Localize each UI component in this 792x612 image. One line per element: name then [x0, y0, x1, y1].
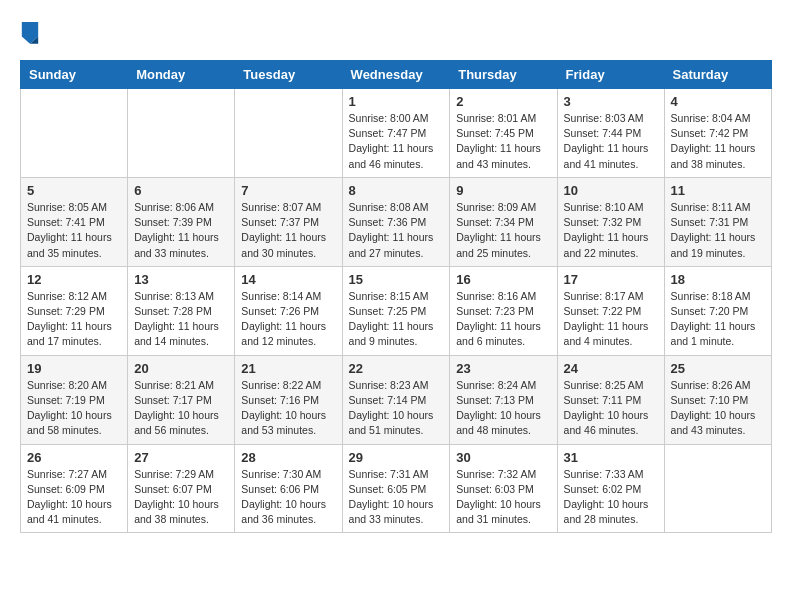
day-info: Sunrise: 8:24 AM Sunset: 7:13 PM Dayligh… — [456, 378, 550, 439]
calendar-cell: 13Sunrise: 8:13 AM Sunset: 7:28 PM Dayli… — [128, 266, 235, 355]
day-info: Sunrise: 8:09 AM Sunset: 7:34 PM Dayligh… — [456, 200, 550, 261]
day-number: 19 — [27, 361, 121, 376]
calendar-cell: 10Sunrise: 8:10 AM Sunset: 7:32 PM Dayli… — [557, 177, 664, 266]
day-number: 14 — [241, 272, 335, 287]
day-number: 2 — [456, 94, 550, 109]
day-number: 26 — [27, 450, 121, 465]
calendar-cell — [664, 444, 771, 533]
calendar-cell: 8Sunrise: 8:08 AM Sunset: 7:36 PM Daylig… — [342, 177, 450, 266]
day-number: 24 — [564, 361, 658, 376]
calendar-cell: 24Sunrise: 8:25 AM Sunset: 7:11 PM Dayli… — [557, 355, 664, 444]
calendar-cell — [128, 89, 235, 178]
day-info: Sunrise: 8:22 AM Sunset: 7:16 PM Dayligh… — [241, 378, 335, 439]
day-number: 30 — [456, 450, 550, 465]
logo-icon — [20, 20, 40, 44]
day-info: Sunrise: 8:00 AM Sunset: 7:47 PM Dayligh… — [349, 111, 444, 172]
day-number: 25 — [671, 361, 765, 376]
day-number: 22 — [349, 361, 444, 376]
day-info: Sunrise: 8:10 AM Sunset: 7:32 PM Dayligh… — [564, 200, 658, 261]
day-info: Sunrise: 8:17 AM Sunset: 7:22 PM Dayligh… — [564, 289, 658, 350]
calendar-week-row: 5Sunrise: 8:05 AM Sunset: 7:41 PM Daylig… — [21, 177, 772, 266]
calendar-cell: 18Sunrise: 8:18 AM Sunset: 7:20 PM Dayli… — [664, 266, 771, 355]
day-info: Sunrise: 8:16 AM Sunset: 7:23 PM Dayligh… — [456, 289, 550, 350]
day-info: Sunrise: 7:29 AM Sunset: 6:07 PM Dayligh… — [134, 467, 228, 528]
calendar-week-row: 12Sunrise: 8:12 AM Sunset: 7:29 PM Dayli… — [21, 266, 772, 355]
day-info: Sunrise: 7:30 AM Sunset: 6:06 PM Dayligh… — [241, 467, 335, 528]
day-info: Sunrise: 8:23 AM Sunset: 7:14 PM Dayligh… — [349, 378, 444, 439]
day-info: Sunrise: 8:11 AM Sunset: 7:31 PM Dayligh… — [671, 200, 765, 261]
day-number: 3 — [564, 94, 658, 109]
day-number: 12 — [27, 272, 121, 287]
day-number: 28 — [241, 450, 335, 465]
day-number: 4 — [671, 94, 765, 109]
calendar-cell: 23Sunrise: 8:24 AM Sunset: 7:13 PM Dayli… — [450, 355, 557, 444]
calendar-cell: 28Sunrise: 7:30 AM Sunset: 6:06 PM Dayli… — [235, 444, 342, 533]
day-info: Sunrise: 8:03 AM Sunset: 7:44 PM Dayligh… — [564, 111, 658, 172]
calendar-cell — [21, 89, 128, 178]
calendar-cell: 14Sunrise: 8:14 AM Sunset: 7:26 PM Dayli… — [235, 266, 342, 355]
day-info: Sunrise: 7:32 AM Sunset: 6:03 PM Dayligh… — [456, 467, 550, 528]
day-number: 31 — [564, 450, 658, 465]
day-number: 27 — [134, 450, 228, 465]
day-info: Sunrise: 8:15 AM Sunset: 7:25 PM Dayligh… — [349, 289, 444, 350]
calendar-cell: 16Sunrise: 8:16 AM Sunset: 7:23 PM Dayli… — [450, 266, 557, 355]
calendar-cell: 11Sunrise: 8:11 AM Sunset: 7:31 PM Dayli… — [664, 177, 771, 266]
calendar-cell: 6Sunrise: 8:06 AM Sunset: 7:39 PM Daylig… — [128, 177, 235, 266]
day-info: Sunrise: 8:05 AM Sunset: 7:41 PM Dayligh… — [27, 200, 121, 261]
day-info: Sunrise: 8:04 AM Sunset: 7:42 PM Dayligh… — [671, 111, 765, 172]
calendar-cell: 4Sunrise: 8:04 AM Sunset: 7:42 PM Daylig… — [664, 89, 771, 178]
calendar-cell: 9Sunrise: 8:09 AM Sunset: 7:34 PM Daylig… — [450, 177, 557, 266]
calendar-cell: 17Sunrise: 8:17 AM Sunset: 7:22 PM Dayli… — [557, 266, 664, 355]
calendar-cell: 31Sunrise: 7:33 AM Sunset: 6:02 PM Dayli… — [557, 444, 664, 533]
logo — [20, 20, 44, 44]
calendar-cell: 15Sunrise: 8:15 AM Sunset: 7:25 PM Dayli… — [342, 266, 450, 355]
day-number: 5 — [27, 183, 121, 198]
day-number: 9 — [456, 183, 550, 198]
day-info: Sunrise: 8:08 AM Sunset: 7:36 PM Dayligh… — [349, 200, 444, 261]
day-number: 7 — [241, 183, 335, 198]
calendar-cell: 12Sunrise: 8:12 AM Sunset: 7:29 PM Dayli… — [21, 266, 128, 355]
day-number: 10 — [564, 183, 658, 198]
day-info: Sunrise: 8:20 AM Sunset: 7:19 PM Dayligh… — [27, 378, 121, 439]
weekday-header: Thursday — [450, 61, 557, 89]
calendar-cell: 26Sunrise: 7:27 AM Sunset: 6:09 PM Dayli… — [21, 444, 128, 533]
calendar-cell — [235, 89, 342, 178]
day-number: 11 — [671, 183, 765, 198]
day-number: 8 — [349, 183, 444, 198]
calendar-cell: 25Sunrise: 8:26 AM Sunset: 7:10 PM Dayli… — [664, 355, 771, 444]
weekday-header: Wednesday — [342, 61, 450, 89]
calendar-cell: 1Sunrise: 8:00 AM Sunset: 7:47 PM Daylig… — [342, 89, 450, 178]
day-info: Sunrise: 8:12 AM Sunset: 7:29 PM Dayligh… — [27, 289, 121, 350]
calendar-cell: 22Sunrise: 8:23 AM Sunset: 7:14 PM Dayli… — [342, 355, 450, 444]
day-info: Sunrise: 8:01 AM Sunset: 7:45 PM Dayligh… — [456, 111, 550, 172]
calendar-cell: 29Sunrise: 7:31 AM Sunset: 6:05 PM Dayli… — [342, 444, 450, 533]
day-info: Sunrise: 8:21 AM Sunset: 7:17 PM Dayligh… — [134, 378, 228, 439]
day-info: Sunrise: 7:27 AM Sunset: 6:09 PM Dayligh… — [27, 467, 121, 528]
weekday-header: Saturday — [664, 61, 771, 89]
day-info: Sunrise: 8:14 AM Sunset: 7:26 PM Dayligh… — [241, 289, 335, 350]
day-number: 20 — [134, 361, 228, 376]
weekday-header: Sunday — [21, 61, 128, 89]
calendar-table: SundayMondayTuesdayWednesdayThursdayFrid… — [20, 60, 772, 533]
calendar-week-row: 1Sunrise: 8:00 AM Sunset: 7:47 PM Daylig… — [21, 89, 772, 178]
day-info: Sunrise: 8:07 AM Sunset: 7:37 PM Dayligh… — [241, 200, 335, 261]
day-info: Sunrise: 8:13 AM Sunset: 7:28 PM Dayligh… — [134, 289, 228, 350]
day-number: 13 — [134, 272, 228, 287]
weekday-header: Friday — [557, 61, 664, 89]
calendar-cell: 19Sunrise: 8:20 AM Sunset: 7:19 PM Dayli… — [21, 355, 128, 444]
day-number: 1 — [349, 94, 444, 109]
day-info: Sunrise: 7:33 AM Sunset: 6:02 PM Dayligh… — [564, 467, 658, 528]
calendar-cell: 2Sunrise: 8:01 AM Sunset: 7:45 PM Daylig… — [450, 89, 557, 178]
day-info: Sunrise: 7:31 AM Sunset: 6:05 PM Dayligh… — [349, 467, 444, 528]
day-info: Sunrise: 8:25 AM Sunset: 7:11 PM Dayligh… — [564, 378, 658, 439]
calendar-cell: 20Sunrise: 8:21 AM Sunset: 7:17 PM Dayli… — [128, 355, 235, 444]
calendar-cell: 5Sunrise: 8:05 AM Sunset: 7:41 PM Daylig… — [21, 177, 128, 266]
calendar-cell: 3Sunrise: 8:03 AM Sunset: 7:44 PM Daylig… — [557, 89, 664, 178]
calendar-cell: 27Sunrise: 7:29 AM Sunset: 6:07 PM Dayli… — [128, 444, 235, 533]
page-header — [20, 20, 772, 44]
day-number: 15 — [349, 272, 444, 287]
calendar-cell: 30Sunrise: 7:32 AM Sunset: 6:03 PM Dayli… — [450, 444, 557, 533]
day-info: Sunrise: 8:18 AM Sunset: 7:20 PM Dayligh… — [671, 289, 765, 350]
day-info: Sunrise: 8:26 AM Sunset: 7:10 PM Dayligh… — [671, 378, 765, 439]
calendar-cell: 7Sunrise: 8:07 AM Sunset: 7:37 PM Daylig… — [235, 177, 342, 266]
